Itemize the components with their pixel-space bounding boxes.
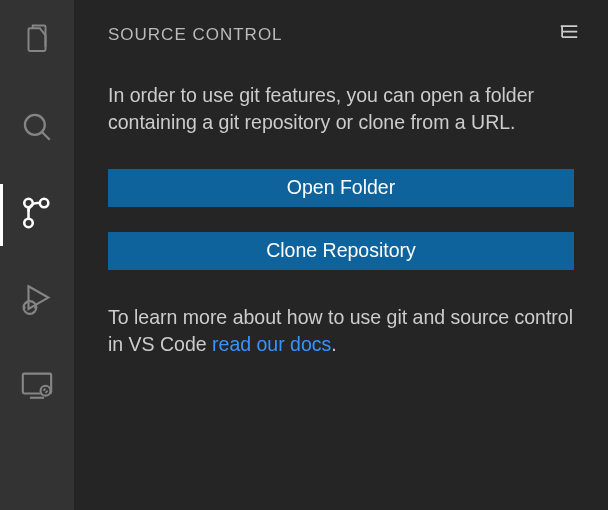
svg-point-2 bbox=[40, 199, 49, 208]
learn-more-text: To learn more about how to use git and s… bbox=[108, 304, 574, 358]
read-docs-link[interactable]: read our docs bbox=[212, 333, 331, 355]
list-tree-icon bbox=[558, 22, 580, 48]
intro-text: In order to use git features, you can op… bbox=[108, 82, 574, 136]
activity-item-remote-explorer[interactable] bbox=[0, 362, 74, 412]
activity-item-run-debug[interactable] bbox=[0, 276, 74, 326]
svg-marker-5 bbox=[29, 286, 49, 309]
svg-point-4 bbox=[24, 219, 33, 228]
source-control-panel: SOURCE CONTROL In order to use git featu… bbox=[74, 0, 608, 510]
svg-point-13 bbox=[41, 386, 51, 396]
source-control-icon bbox=[20, 196, 54, 234]
panel-title: SOURCE CONTROL bbox=[108, 25, 283, 45]
svg-point-0 bbox=[25, 115, 45, 135]
svg-line-1 bbox=[42, 132, 50, 140]
clone-repository-button[interactable]: Clone Repository bbox=[108, 232, 574, 270]
view-as-tree-button[interactable] bbox=[558, 22, 580, 48]
learn-suffix: . bbox=[331, 333, 336, 355]
panel-body: In order to use git features, you can op… bbox=[74, 54, 608, 358]
files-icon bbox=[20, 24, 54, 62]
activity-item-search[interactable] bbox=[0, 104, 74, 154]
run-debug-icon bbox=[20, 282, 54, 320]
activity-item-explorer[interactable] bbox=[0, 18, 74, 68]
button-group: Open Folder Clone Repository bbox=[108, 169, 574, 270]
panel-header: SOURCE CONTROL bbox=[74, 0, 608, 54]
activity-bar bbox=[0, 0, 74, 510]
open-folder-button[interactable]: Open Folder bbox=[108, 169, 574, 207]
activity-item-source-control[interactable] bbox=[0, 190, 74, 240]
search-icon bbox=[20, 110, 54, 148]
svg-line-10 bbox=[33, 312, 34, 313]
svg-line-9 bbox=[26, 302, 27, 303]
learn-prefix: To learn more about how to use git and s… bbox=[108, 306, 573, 355]
remote-explorer-icon bbox=[20, 368, 54, 406]
